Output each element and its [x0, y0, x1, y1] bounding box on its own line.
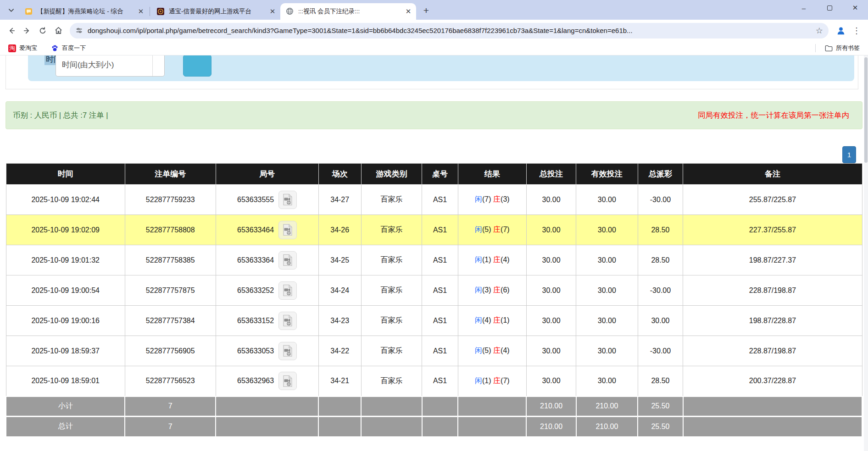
- cell-session: 34-27: [318, 185, 361, 215]
- page-scrollbar[interactable]: [864, 55, 868, 451]
- video-replay-button[interactable]: [278, 251, 297, 270]
- cell-total-bet[interactable]: 30.00: [526, 306, 576, 336]
- col-remark: 备注: [683, 164, 862, 185]
- result-player-points: (5): [482, 346, 491, 354]
- cell-round-no: 653633053: [216, 336, 318, 366]
- table-row: 2025-10-09 18:59:01 522877756523 6536329…: [6, 366, 862, 396]
- result-player-points: (7): [482, 195, 491, 203]
- round-number: 653633464: [237, 226, 274, 234]
- result-banker-points: (4): [501, 256, 510, 264]
- cell-total-bet[interactable]: 30.00: [526, 366, 576, 396]
- cell-game-type: 百家乐: [361, 336, 422, 366]
- table-row: 2025-10-09 19:02:44 522877759233 6536335…: [6, 185, 862, 215]
- reload-icon[interactable]: [35, 23, 50, 38]
- search-form: 时间排序: 时间(由大到小): [28, 55, 854, 81]
- video-replay-button[interactable]: [278, 342, 297, 360]
- all-bookmarks-button[interactable]: 所有书签: [821, 43, 863, 54]
- table-header-row: 时间 注单编号 局号 场次 游戏类别 桌号 结果 总投注 有效投注 总派彩 备注: [6, 164, 862, 185]
- cell-time: 2025-10-09 19:00:16: [6, 306, 125, 336]
- address-bar[interactable]: dongshouji.com/ipl/portal.php/game/betre…: [70, 23, 829, 38]
- profile-avatar-icon[interactable]: [833, 23, 849, 38]
- cell-table-no: AS1: [422, 185, 458, 215]
- page-1-button[interactable]: 1: [842, 146, 856, 163]
- cell-payout: -30.00: [638, 336, 683, 366]
- bookmark-aitaobao[interactable]: 淘 爱淘宝: [5, 43, 41, 54]
- video-replay-button[interactable]: [278, 281, 297, 300]
- home-icon[interactable]: [50, 23, 66, 38]
- subtotal-row: 小计 7 210.00 210.00 25.50: [6, 396, 862, 417]
- cell-time: 2025-10-09 18:59:37: [6, 336, 125, 366]
- forward-icon[interactable]: [19, 23, 35, 38]
- video-replay-icon: [282, 345, 293, 357]
- cell-round-no: 653633555: [216, 185, 318, 215]
- cell-total-bet[interactable]: 30.00: [526, 275, 576, 306]
- cell-bet-no: 522877758385: [125, 245, 216, 275]
- cell-total-bet[interactable]: 30.00: [526, 215, 576, 245]
- cell-result: 闲(1) 庄(7): [458, 366, 526, 396]
- tab-forum[interactable]: 【新提醒】海燕策略论坛 - 综合 ✕: [19, 3, 149, 20]
- cell-round-no: 653633252: [216, 275, 318, 306]
- browser-menu-icon[interactable]: ⋮: [849, 23, 864, 38]
- cell-bet-no: 522877756523: [125, 366, 216, 396]
- cell-bet-no: 522877757384: [125, 306, 216, 336]
- cell-valid-bet: 30.00: [576, 245, 638, 275]
- window-close-button[interactable]: ✕: [842, 0, 868, 16]
- tab-close-icon[interactable]: ✕: [404, 7, 412, 16]
- maximize-button[interactable]: [817, 0, 842, 16]
- tab-close-icon[interactable]: ✕: [268, 7, 277, 16]
- tab-title: 通宝-信誉最好的网上游戏平台: [169, 7, 268, 16]
- bookmark-star-icon[interactable]: ☆: [816, 26, 823, 36]
- col-round-no: 局号: [216, 164, 318, 185]
- cell-table-no: AS1: [422, 366, 458, 396]
- cell-game-type: 百家乐: [361, 245, 422, 275]
- bookmark-baidu[interactable]: 百度一下: [47, 43, 89, 54]
- round-number: 653633053: [237, 347, 274, 355]
- total-count: 7: [125, 417, 216, 437]
- bookmarks-divider: [815, 44, 816, 52]
- sort-select[interactable]: 时间(由大到小): [56, 55, 165, 77]
- bookmark-label: 百度一下: [62, 44, 86, 52]
- video-replay-button[interactable]: [278, 191, 297, 209]
- tab-close-icon[interactable]: ✕: [137, 7, 145, 16]
- cell-result: 闲(4) 庄(1): [458, 306, 526, 336]
- video-replay-button[interactable]: [278, 312, 297, 330]
- scrollbar-thumb[interactable]: [864, 57, 868, 163]
- tab-search-chevron-icon[interactable]: [5, 4, 17, 16]
- cell-payout: -30.00: [638, 275, 683, 306]
- result-player-points: (1): [482, 256, 491, 264]
- cell-payout: 28.50: [638, 215, 683, 245]
- back-icon[interactable]: [4, 23, 19, 38]
- tab-bet-records-active[interactable]: :::视讯 会员下注纪录::: ✕: [280, 3, 416, 20]
- col-result: 结果: [458, 164, 526, 185]
- cell-table-no: AS1: [422, 336, 458, 366]
- tab-divider: [150, 7, 150, 16]
- cell-total-bet[interactable]: 30.00: [526, 245, 576, 275]
- tab-tongbao[interactable]: 通宝-信誉最好的网上游戏平台 ✕: [151, 3, 280, 20]
- result-player: 闲: [475, 226, 482, 233]
- search-button[interactable]: [183, 55, 211, 77]
- folder-icon: [825, 45, 833, 52]
- tab-title: :::视讯 会员下注纪录:::: [298, 7, 404, 16]
- cell-total-bet[interactable]: 30.00: [526, 336, 576, 366]
- video-replay-button[interactable]: [278, 221, 297, 239]
- result-banker: 庄: [493, 316, 501, 324]
- tab-title: 【新提醒】海燕策略论坛 - 综合: [37, 7, 137, 16]
- video-replay-button[interactable]: [278, 372, 297, 390]
- cell-session: 34-22: [318, 336, 361, 366]
- total-valid-bet: 210.00: [576, 417, 638, 437]
- site-controls-icon[interactable]: [75, 27, 83, 34]
- all-bookmarks-label: 所有书签: [836, 44, 860, 52]
- col-valid-bet: 有效投注: [576, 164, 638, 185]
- minimize-button[interactable]: –: [791, 0, 817, 16]
- total-payout: 25.50: [638, 417, 683, 437]
- result-banker-points: (7): [501, 377, 510, 385]
- cell-valid-bet: 30.00: [576, 336, 638, 366]
- cell-total-bet[interactable]: 30.00: [526, 185, 576, 215]
- cell-valid-bet: 30.00: [576, 185, 638, 215]
- cell-game-type: 百家乐: [361, 366, 422, 396]
- video-replay-icon: [282, 284, 293, 297]
- cell-result: 闲(3) 庄(6): [458, 275, 526, 306]
- cell-table-no: AS1: [422, 215, 458, 245]
- new-tab-button[interactable]: +: [420, 4, 433, 17]
- cell-time: 2025-10-09 19:00:54: [6, 275, 125, 306]
